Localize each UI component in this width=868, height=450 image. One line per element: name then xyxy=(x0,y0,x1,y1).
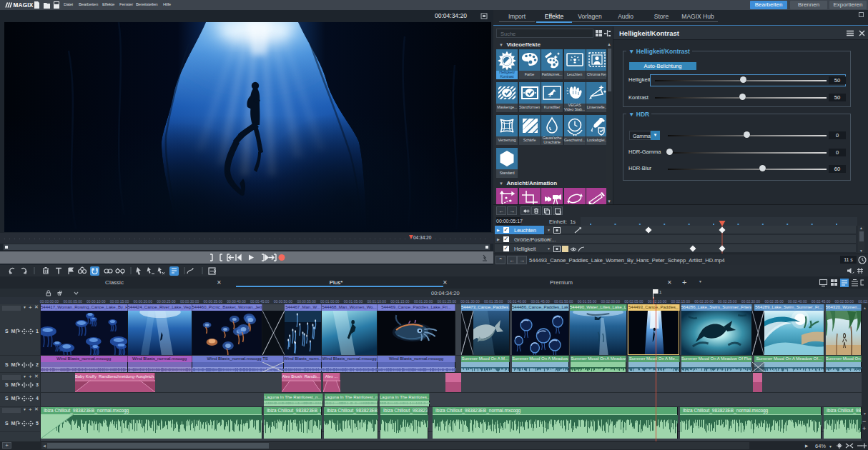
svg-text:1: 1 xyxy=(659,290,662,294)
svg-text:MAGIX: MAGIX xyxy=(14,2,34,9)
